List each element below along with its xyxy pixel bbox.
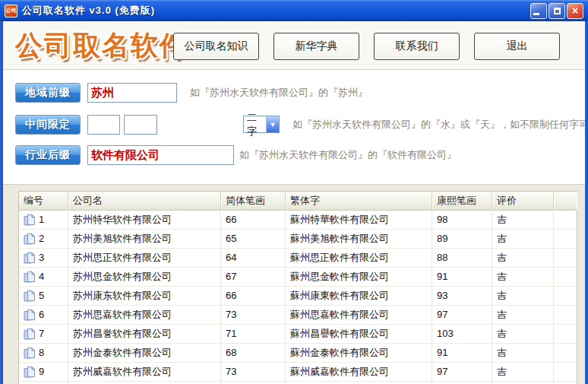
table-row[interactable]: 1 苏州特华软件有限公司 66 蘇州特華軟件有限公司 98 吉 <box>19 211 577 230</box>
table-row[interactable]: 7 苏州昌誉软件有限公司 71 蘇州昌譽軟件有限公司 103 吉 <box>19 325 577 344</box>
simplified-strokes-cell: 67 <box>221 268 286 286</box>
header-buttons: 公司取名知识 新华字典 联系我们 退出 <box>173 33 560 60</box>
app-icon: 公司 <box>5 5 17 17</box>
filler-cell <box>554 268 577 286</box>
table-header: 编号 公司名 简体笔画 繁体字 康熙笔画 评价 <box>19 192 577 211</box>
filler-cell <box>554 306 577 324</box>
kangxi-strokes-cell: 89 <box>432 230 492 248</box>
table-row[interactable]: 2 苏州美旭软件有限公司 65 蘇州美旭軟件有限公司 89 吉 <box>19 230 577 249</box>
document-icon <box>24 252 36 264</box>
app-window: 公司 公司取名软件 v3.0 (免费版) × 公司取名软件 公司取名知识 新华字… <box>0 0 588 384</box>
maximize-icon <box>554 8 561 14</box>
company-name-cell: 苏州昌誉软件有限公司 <box>68 325 221 343</box>
column-header-kangxi[interactable]: 康熙笔画 <box>432 192 492 210</box>
filler-cell <box>554 249 577 267</box>
document-icon <box>24 347 36 359</box>
window-controls: × <box>530 3 583 19</box>
kangxi-strokes-cell: 103 <box>432 325 492 343</box>
industry-suffix-button[interactable]: 行业后缀 <box>15 145 81 165</box>
simplified-strokes-cell: 68 <box>221 344 286 362</box>
company-name-cell: 苏州康东软件有限公司 <box>68 287 221 305</box>
results-section: 编号 公司名 简体笔画 繁体字 康熙笔画 评价 1 苏州特华软件有限公司 <box>3 184 585 384</box>
exit-button[interactable]: 退出 <box>474 33 560 60</box>
region-prefix-hint: 如『苏州水天软件有限公司』的『苏州』 <box>190 83 368 103</box>
region-prefix-button[interactable]: 地域前缀 <box>15 83 81 103</box>
rating-cell: 吉 <box>492 268 554 286</box>
close-button[interactable]: × <box>567 3 583 19</box>
char-count-value: 二字 <box>244 111 266 138</box>
traditional-name-cell: 蘇州金泰軟件有限公司 <box>286 344 432 362</box>
row-id: 5 <box>39 287 44 305</box>
window-border-left <box>0 21 3 384</box>
company-name-cell: 苏州金泰软件有限公司 <box>68 344 221 362</box>
simplified-strokes-cell: 65 <box>221 230 286 248</box>
document-icon <box>24 328 36 340</box>
xinhua-dictionary-button[interactable]: 新华字典 <box>273 33 359 60</box>
kangxi-strokes-cell: 98 <box>432 211 492 229</box>
filler-cell <box>554 211 577 229</box>
document-icon <box>24 290 36 302</box>
naming-knowledge-button[interactable]: 公司取名知识 <box>173 33 259 60</box>
row-id: 1 <box>39 211 44 229</box>
maximize-button[interactable] <box>548 3 565 19</box>
minimize-button[interactable] <box>530 3 547 19</box>
column-header-rating[interactable]: 评价 <box>492 192 554 210</box>
middle-char2-input[interactable] <box>124 115 157 135</box>
app-logo: 公司取名软件 <box>15 27 188 65</box>
simplified-strokes-cell: 66 <box>221 211 286 229</box>
row-id: 4 <box>39 268 44 286</box>
rating-cell: 吉 <box>492 306 554 324</box>
column-header-name[interactable]: 公司名 <box>68 192 221 210</box>
table-row[interactable]: 5 苏州康东软件有限公司 66 蘇州康東軟件有限公司 93 吉 <box>19 287 577 306</box>
document-icon <box>24 366 36 378</box>
filler-cell <box>554 325 577 343</box>
simplified-strokes-cell: 66 <box>221 287 286 305</box>
simplified-strokes-cell: 71 <box>221 325 286 343</box>
industry-suffix-input[interactable] <box>87 145 234 165</box>
middle-limit-hint: 如『苏州水天软件有限公司』的『水』或『天』，如不限制任何字可留空 <box>292 115 588 135</box>
document-icon <box>24 233 36 245</box>
kangxi-strokes-cell: 97 <box>432 306 492 324</box>
contact-us-button[interactable]: 联系我们 <box>374 33 460 60</box>
traditional-name-cell: 蘇州特華軟件有限公司 <box>286 211 432 229</box>
simplified-strokes-cell: 64 <box>221 249 286 267</box>
table-row[interactable]: 4 苏州思金软件有限公司 67 蘇州思金軟件有限公司 91 吉 <box>19 268 577 287</box>
middle-char1-input[interactable] <box>87 115 120 135</box>
close-icon: × <box>572 5 578 16</box>
rating-cell: 吉 <box>492 230 554 248</box>
table-row[interactable]: 6 苏州思嘉软件有限公司 73 蘇州思嘉軟件有限公司 97 吉 <box>19 306 577 325</box>
rating-cell: 吉 <box>492 249 554 267</box>
column-header-traditional[interactable]: 繁体字 <box>286 192 432 210</box>
chevron-down-icon: ▼ <box>266 116 279 132</box>
table-row[interactable]: 9 苏州威嘉软件有限公司 73 蘇州威嘉軟件有限公司 97 吉 <box>19 363 577 382</box>
company-name-cell: 苏州思金软件有限公司 <box>68 268 221 286</box>
row-id: 2 <box>39 230 44 248</box>
row-id: 9 <box>39 363 44 381</box>
document-icon <box>24 271 36 283</box>
table-row[interactable]: 8 苏州金泰软件有限公司 68 蘇州金泰軟件有限公司 91 吉 <box>19 344 577 363</box>
kangxi-strokes-cell: 91 <box>432 268 492 286</box>
filler-cell <box>554 363 577 381</box>
rating-cell: 吉 <box>492 325 554 343</box>
traditional-name-cell: 蘇州思金軟件有限公司 <box>286 268 432 286</box>
titlebar: 公司 公司取名软件 v3.0 (免费版) × <box>0 0 588 21</box>
traditional-name-cell: 蘇州康東軟件有限公司 <box>286 287 432 305</box>
char-count-select[interactable]: 二字 ▼ <box>243 116 280 133</box>
column-header-simplified[interactable]: 简体笔画 <box>221 192 286 210</box>
filler-cell <box>554 344 577 362</box>
window-border-right <box>585 21 588 384</box>
kangxi-strokes-cell: 93 <box>432 287 492 305</box>
company-name-cell: 苏州特华软件有限公司 <box>68 211 221 229</box>
kangxi-strokes-cell: 91 <box>432 344 492 362</box>
column-header-id[interactable]: 编号 <box>19 192 68 210</box>
name-form: 地域前缀 如『苏州水天软件有限公司』的『苏州』 中间限定 二字 ▼ 如『苏州水天… <box>3 71 585 184</box>
company-name-cell: 苏州思正软件有限公司 <box>68 249 221 267</box>
region-prefix-input[interactable] <box>87 83 177 103</box>
window-title: 公司取名软件 v3.0 (免费版) <box>22 4 530 17</box>
industry-suffix-hint: 如『苏州水天软件有限公司』的『软件有限公司』 <box>239 145 457 165</box>
row-id: 7 <box>39 325 44 343</box>
company-name-cell: 苏州思嘉软件有限公司 <box>68 306 221 324</box>
middle-limit-button[interactable]: 中间限定 <box>15 115 81 135</box>
simplified-strokes-cell: 73 <box>221 306 286 324</box>
table-row[interactable]: 3 苏州思正软件有限公司 64 蘇州思正軟件有限公司 88 吉 <box>19 249 577 268</box>
